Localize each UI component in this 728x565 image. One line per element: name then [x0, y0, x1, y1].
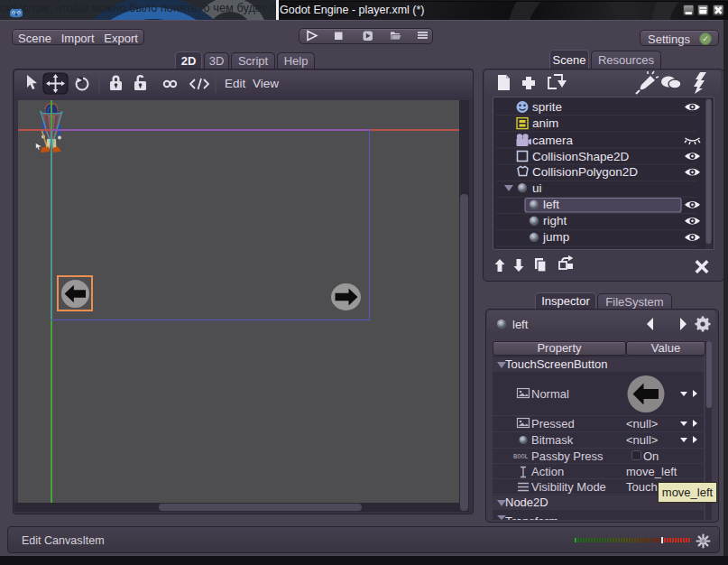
svg-text:Edit: Edit [225, 77, 246, 90]
svg-text:View: View [253, 77, 279, 90]
svg-text:BOOL: BOOL [513, 453, 529, 460]
